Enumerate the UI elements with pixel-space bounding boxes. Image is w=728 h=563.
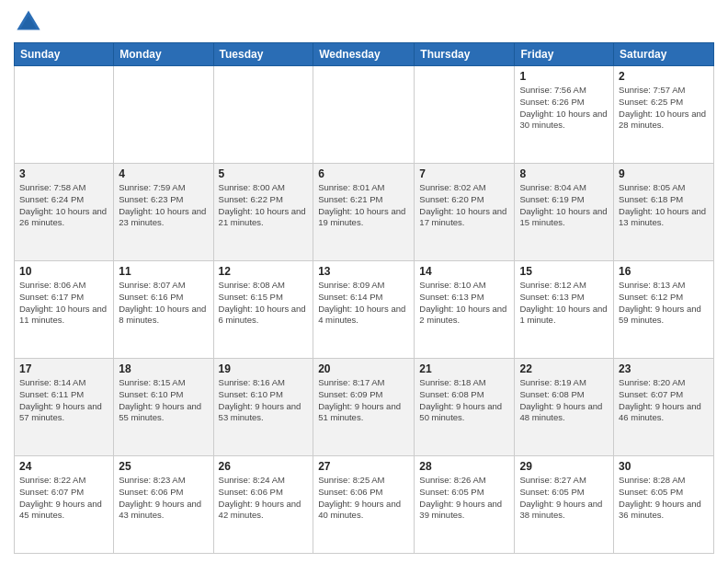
week-row-1: 1Sunrise: 7:56 AM Sunset: 6:26 PM Daylig… [15, 66, 714, 164]
day-info: Sunrise: 8:12 AM Sunset: 6:13 PM Dayligh… [519, 280, 609, 327]
day-info: Sunrise: 8:06 AM Sunset: 6:17 PM Dayligh… [19, 280, 108, 327]
day-number: 28 [419, 460, 509, 473]
day-number: 16 [619, 265, 709, 278]
calendar-table: SundayMondayTuesdayWednesdayThursdayFrid… [14, 42, 714, 554]
day-info: Sunrise: 8:01 AM Sunset: 6:21 PM Dayligh… [318, 182, 409, 229]
day-info: Sunrise: 8:04 AM Sunset: 6:19 PM Dayligh… [519, 182, 609, 229]
day-number: 25 [119, 460, 208, 473]
day-number: 30 [619, 460, 709, 473]
table-cell: 23Sunrise: 8:20 AM Sunset: 6:07 PM Dayli… [614, 359, 714, 456]
weekday-header-tuesday: Tuesday [213, 43, 313, 66]
day-number: 5 [219, 167, 309, 180]
day-info: Sunrise: 8:19 AM Sunset: 6:08 PM Dayligh… [519, 377, 609, 424]
table-cell: 15Sunrise: 8:12 AM Sunset: 6:13 PM Dayli… [515, 261, 614, 359]
table-cell: 20Sunrise: 8:17 AM Sunset: 6:09 PM Dayli… [313, 359, 415, 456]
table-cell: 30Sunrise: 8:28 AM Sunset: 6:05 PM Dayli… [614, 456, 714, 554]
day-number: 1 [519, 70, 609, 83]
day-info: Sunrise: 8:22 AM Sunset: 6:07 PM Dayligh… [19, 475, 108, 522]
day-info: Sunrise: 8:05 AM Sunset: 6:18 PM Dayligh… [619, 182, 709, 229]
table-cell [114, 66, 213, 164]
day-number: 7 [419, 167, 509, 180]
table-cell: 9Sunrise: 8:05 AM Sunset: 6:18 PM Daylig… [614, 164, 714, 261]
day-number: 2 [619, 70, 709, 83]
day-info: Sunrise: 7:57 AM Sunset: 6:25 PM Dayligh… [619, 85, 709, 132]
day-number: 24 [19, 460, 108, 473]
day-number: 27 [318, 460, 409, 473]
day-info: Sunrise: 7:56 AM Sunset: 6:26 PM Dayligh… [519, 85, 609, 132]
header [14, 9, 714, 35]
day-number: 21 [419, 362, 509, 375]
day-info: Sunrise: 8:09 AM Sunset: 6:14 PM Dayligh… [318, 280, 409, 327]
day-info: Sunrise: 8:15 AM Sunset: 6:10 PM Dayligh… [119, 377, 208, 424]
table-cell: 7Sunrise: 8:02 AM Sunset: 6:20 PM Daylig… [415, 164, 515, 261]
logo-icon [16, 9, 41, 35]
weekday-header-friday: Friday [515, 43, 614, 66]
table-cell: 10Sunrise: 8:06 AM Sunset: 6:17 PM Dayli… [15, 261, 114, 359]
day-info: Sunrise: 8:08 AM Sunset: 6:15 PM Dayligh… [219, 280, 309, 327]
page: SundayMondayTuesdayWednesdayThursdayFrid… [0, 0, 728, 563]
table-cell: 11Sunrise: 8:07 AM Sunset: 6:16 PM Dayli… [114, 261, 213, 359]
week-row-3: 10Sunrise: 8:06 AM Sunset: 6:17 PM Dayli… [15, 261, 714, 359]
table-cell: 22Sunrise: 8:19 AM Sunset: 6:08 PM Dayli… [515, 359, 614, 456]
day-number: 10 [19, 265, 108, 278]
day-info: Sunrise: 8:14 AM Sunset: 6:11 PM Dayligh… [19, 377, 108, 424]
day-number: 26 [219, 460, 309, 473]
week-row-4: 17Sunrise: 8:14 AM Sunset: 6:11 PM Dayli… [15, 359, 714, 456]
table-cell: 28Sunrise: 8:26 AM Sunset: 6:05 PM Dayli… [415, 456, 515, 554]
weekday-header-row: SundayMondayTuesdayWednesdayThursdayFrid… [15, 43, 714, 66]
day-number: 18 [119, 362, 208, 375]
day-info: Sunrise: 8:26 AM Sunset: 6:05 PM Dayligh… [419, 475, 509, 522]
table-cell: 18Sunrise: 8:15 AM Sunset: 6:10 PM Dayli… [114, 359, 213, 456]
day-number: 9 [619, 167, 709, 180]
day-info: Sunrise: 8:23 AM Sunset: 6:06 PM Dayligh… [119, 475, 208, 522]
day-number: 13 [318, 265, 409, 278]
day-info: Sunrise: 8:10 AM Sunset: 6:13 PM Dayligh… [419, 280, 509, 327]
table-cell [213, 66, 313, 164]
day-info: Sunrise: 8:13 AM Sunset: 6:12 PM Dayligh… [619, 280, 709, 327]
day-number: 14 [419, 265, 509, 278]
day-number: 22 [519, 362, 609, 375]
weekday-header-sunday: Sunday [15, 43, 114, 66]
table-cell: 24Sunrise: 8:22 AM Sunset: 6:07 PM Dayli… [15, 456, 114, 554]
day-info: Sunrise: 8:25 AM Sunset: 6:06 PM Dayligh… [318, 475, 409, 522]
table-cell: 8Sunrise: 8:04 AM Sunset: 6:19 PM Daylig… [515, 164, 614, 261]
table-cell: 25Sunrise: 8:23 AM Sunset: 6:06 PM Dayli… [114, 456, 213, 554]
day-number: 3 [19, 167, 108, 180]
day-number: 19 [219, 362, 309, 375]
day-info: Sunrise: 8:07 AM Sunset: 6:16 PM Dayligh… [119, 280, 208, 327]
day-number: 29 [519, 460, 609, 473]
day-info: Sunrise: 8:16 AM Sunset: 6:10 PM Dayligh… [219, 377, 309, 424]
table-cell: 1Sunrise: 7:56 AM Sunset: 6:26 PM Daylig… [515, 66, 614, 164]
day-info: Sunrise: 7:58 AM Sunset: 6:24 PM Dayligh… [19, 182, 108, 229]
weekday-header-monday: Monday [114, 43, 213, 66]
table-cell: 19Sunrise: 8:16 AM Sunset: 6:10 PM Dayli… [213, 359, 313, 456]
table-cell: 29Sunrise: 8:27 AM Sunset: 6:05 PM Dayli… [515, 456, 614, 554]
table-cell [313, 66, 415, 164]
table-cell: 14Sunrise: 8:10 AM Sunset: 6:13 PM Dayli… [415, 261, 515, 359]
weekday-header-wednesday: Wednesday [313, 43, 415, 66]
day-info: Sunrise: 8:17 AM Sunset: 6:09 PM Dayligh… [318, 377, 409, 424]
calendar: SundayMondayTuesdayWednesdayThursdayFrid… [14, 42, 714, 554]
table-cell: 16Sunrise: 8:13 AM Sunset: 6:12 PM Dayli… [614, 261, 714, 359]
day-number: 4 [119, 167, 208, 180]
day-number: 17 [19, 362, 108, 375]
table-cell: 21Sunrise: 8:18 AM Sunset: 6:08 PM Dayli… [415, 359, 515, 456]
day-info: Sunrise: 8:24 AM Sunset: 6:06 PM Dayligh… [219, 475, 309, 522]
day-number: 12 [219, 265, 309, 278]
day-number: 20 [318, 362, 409, 375]
table-cell: 27Sunrise: 8:25 AM Sunset: 6:06 PM Dayli… [313, 456, 415, 554]
table-cell: 6Sunrise: 8:01 AM Sunset: 6:21 PM Daylig… [313, 164, 415, 261]
table-cell: 5Sunrise: 8:00 AM Sunset: 6:22 PM Daylig… [213, 164, 313, 261]
day-number: 23 [619, 362, 709, 375]
table-cell [415, 66, 515, 164]
table-cell [15, 66, 114, 164]
day-info: Sunrise: 8:18 AM Sunset: 6:08 PM Dayligh… [419, 377, 509, 424]
table-cell: 4Sunrise: 7:59 AM Sunset: 6:23 PM Daylig… [114, 164, 213, 261]
day-number: 6 [318, 167, 409, 180]
day-info: Sunrise: 8:02 AM Sunset: 6:20 PM Dayligh… [419, 182, 509, 229]
day-info: Sunrise: 7:59 AM Sunset: 6:23 PM Dayligh… [119, 182, 208, 229]
day-info: Sunrise: 8:28 AM Sunset: 6:05 PM Dayligh… [619, 475, 709, 522]
week-row-5: 24Sunrise: 8:22 AM Sunset: 6:07 PM Dayli… [15, 456, 714, 554]
week-row-2: 3Sunrise: 7:58 AM Sunset: 6:24 PM Daylig… [15, 164, 714, 261]
table-cell: 13Sunrise: 8:09 AM Sunset: 6:14 PM Dayli… [313, 261, 415, 359]
